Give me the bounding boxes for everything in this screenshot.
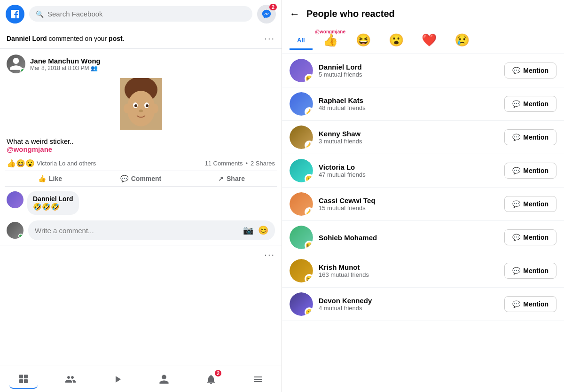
svg-point-8 bbox=[124, 104, 130, 113]
mention-button[interactable]: 💬 Mention bbox=[504, 196, 556, 212]
nav-home[interactable] bbox=[9, 370, 38, 389]
reaction-badge: 👍 bbox=[305, 107, 313, 116]
person-name: Sohieb Mohamed bbox=[319, 234, 499, 242]
nav-watch[interactable] bbox=[103, 370, 132, 389]
person-name: Kenny Shaw bbox=[319, 130, 499, 138]
reaction-badge: 👍 bbox=[305, 141, 313, 149]
person-list-item: 👍Cassi Cewwi Teq15 mutual friends💬 Menti… bbox=[282, 188, 564, 221]
person-name: Devon Kennedy bbox=[319, 297, 499, 305]
tab-sad-emoji: 😢 bbox=[454, 33, 470, 47]
mention-button[interactable]: 💬 Mention bbox=[504, 229, 556, 245]
person-avatar: 👍 bbox=[290, 92, 313, 116]
right-header: ← People who reacted bbox=[282, 0, 564, 28]
tab-love[interactable]: ❤️ bbox=[414, 28, 444, 54]
comment-text-input[interactable] bbox=[35, 227, 239, 235]
reaction-badge: 😆 bbox=[305, 241, 313, 249]
person-list-item: 😆Danniel Lord5 mutual friends💬 Mention bbox=[282, 54, 564, 87]
search-input[interactable] bbox=[47, 10, 246, 18]
nav-profile[interactable] bbox=[150, 370, 178, 389]
commenter-name: Danniel Lord bbox=[33, 195, 73, 203]
comment-input-row: 📷 😊 bbox=[7, 220, 275, 240]
person-list-item: 😆Krish Munot163 mutual friends💬 Mention bbox=[282, 254, 564, 288]
person-list-item: 👍Raphael Kats48 mutual friends💬 Mention bbox=[282, 87, 564, 121]
top-bar: 🔍 2 bbox=[0, 0, 282, 28]
person-mutual-friends: 3 mutual friends bbox=[319, 138, 499, 145]
post-meta: Jane Manchun Wong Mar 8, 2018 at 8:03 PM… bbox=[30, 57, 275, 71]
messenger-badge: 2 bbox=[269, 4, 277, 10]
svg-point-2 bbox=[127, 91, 155, 126]
emoji-icon[interactable]: 😊 bbox=[258, 225, 268, 235]
mention-button[interactable]: 💬 Mention bbox=[504, 96, 556, 112]
tab-like-emoji: 👍 bbox=[323, 33, 338, 47]
notification-options-button[interactable]: ··· bbox=[264, 33, 275, 44]
person-avatar: 👍 bbox=[290, 125, 313, 149]
tab-wow[interactable]: 😮 bbox=[381, 28, 411, 54]
camera-icon[interactable]: 📷 bbox=[243, 225, 253, 235]
more-options-button[interactable]: ··· bbox=[264, 249, 275, 260]
svg-point-9 bbox=[152, 104, 158, 113]
notification-middle: commented on your bbox=[47, 35, 109, 42]
chat-icon: 💬 bbox=[512, 167, 520, 174]
person-info: Danniel Lord5 mutual friends bbox=[319, 63, 499, 78]
search-icon: 🔍 bbox=[36, 10, 44, 18]
person-info: Raphael Kats48 mutual friends bbox=[319, 96, 499, 111]
tab-haha[interactable]: 😆 bbox=[348, 28, 378, 54]
back-button[interactable]: ← bbox=[290, 8, 300, 20]
mention-button[interactable]: 💬 Mention bbox=[504, 129, 556, 145]
mention-button[interactable]: 💬 Mention bbox=[504, 63, 556, 78]
tab-wow-emoji: 😮 bbox=[389, 33, 404, 47]
people-list: 😆Danniel Lord5 mutual friends💬 Mention👍R… bbox=[282, 54, 564, 392]
person-avatar: 😆 bbox=[290, 259, 313, 282]
nav-groups[interactable] bbox=[56, 370, 85, 389]
notification-badge: 2 bbox=[215, 370, 221, 376]
person-mutual-friends: 163 mutual friends bbox=[319, 271, 499, 278]
person-mutual-friends: 15 mutual friends bbox=[319, 204, 499, 212]
nav-notifications[interactable]: 2 bbox=[197, 370, 225, 389]
search-box[interactable]: 🔍 bbox=[29, 6, 252, 22]
svg-rect-13 bbox=[24, 379, 28, 383]
person-avatar: 😆 bbox=[290, 59, 313, 82]
person-list-item: 😮Devon Kennedy4 mutual friends💬 Mention bbox=[282, 288, 564, 321]
tab-like[interactable]: @wongmjane 👍 bbox=[315, 28, 345, 54]
share-button[interactable]: ↗ Share bbox=[186, 171, 277, 186]
post-author-name: Jane Manchun Wong bbox=[30, 57, 275, 65]
tab-sad[interactable]: 😢 bbox=[447, 28, 477, 54]
person-name: Victoria Lo bbox=[319, 163, 499, 171]
left-panel: 🔍 2 Danniel Lord commented on your post.… bbox=[0, 0, 282, 392]
tab-all[interactable]: All bbox=[290, 32, 313, 50]
reactions-people: Victoria Lo and others bbox=[37, 160, 96, 167]
action-bar: 👍 Like 💬 Comment ↗ Share bbox=[5, 171, 277, 187]
messenger-button[interactable]: 2 bbox=[257, 5, 276, 24]
mention-button[interactable]: 💬 Mention bbox=[504, 296, 556, 312]
comment-button[interactable]: 💬 Comment bbox=[95, 171, 186, 186]
person-info: Kenny Shaw3 mutual friends bbox=[319, 130, 499, 145]
tab-all-label: All bbox=[297, 37, 305, 44]
person-info: Cassi Cewwi Teq15 mutual friends bbox=[319, 196, 499, 212]
person-avatar: 👍 bbox=[290, 192, 313, 216]
post-mention[interactable]: @wongmjane bbox=[7, 145, 52, 153]
chat-icon: 💬 bbox=[512, 67, 520, 74]
svg-point-7 bbox=[139, 110, 143, 112]
notification-after: . bbox=[123, 35, 125, 42]
reaction-badge: 😮 bbox=[305, 174, 313, 182]
chat-icon: 💬 bbox=[512, 100, 520, 108]
tab-mention-tag: @wongmjane bbox=[315, 29, 345, 34]
person-avatar: 😮 bbox=[290, 159, 313, 182]
reaction-badge: 😆 bbox=[305, 74, 313, 82]
comment-input-box[interactable]: 📷 😊 bbox=[28, 220, 275, 240]
post-author-avatar bbox=[7, 55, 25, 73]
shares-count: 2 Shares bbox=[251, 160, 275, 167]
notification-bold: post bbox=[109, 35, 123, 42]
person-info: Devon Kennedy4 mutual friends bbox=[319, 297, 499, 312]
chat-icon: 💬 bbox=[512, 133, 520, 141]
mention-button[interactable]: 💬 Mention bbox=[504, 163, 556, 179]
like-button[interactable]: 👍 Like bbox=[5, 171, 95, 186]
mention-button[interactable]: 💬 Mention bbox=[504, 263, 556, 279]
online-indicator bbox=[20, 68, 25, 73]
person-mutual-friends: 47 mutual friends bbox=[319, 171, 499, 178]
nav-menu[interactable] bbox=[244, 370, 272, 389]
person-name: Cassi Cewwi Teq bbox=[319, 196, 499, 204]
comment-bubble: Danniel Lord 🤣🤣🤣 bbox=[27, 191, 79, 215]
person-info: Victoria Lo47 mutual friends bbox=[319, 163, 499, 178]
person-info: Krish Munot163 mutual friends bbox=[319, 263, 499, 278]
